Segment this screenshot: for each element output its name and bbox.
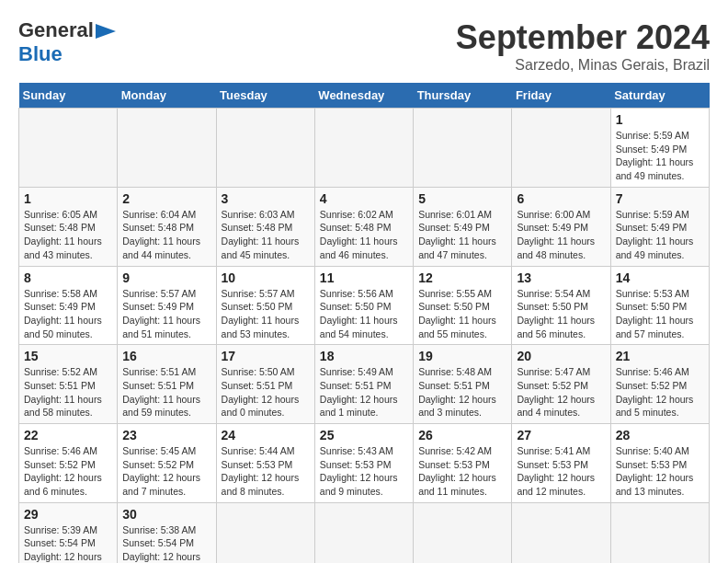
day-info: Sunrise: 5:58 AMSunset: 5:49 PMDaylight:… [24, 287, 112, 341]
calendar-cell: 10Sunrise: 5:57 AMSunset: 5:50 PMDayligh… [216, 266, 314, 345]
calendar-cell: 3Sunrise: 6:03 AMSunset: 5:48 PMDaylight… [216, 187, 314, 266]
calendar-cell: 7Sunrise: 5:59 AMSunset: 5:49 PMDaylight… [610, 187, 709, 266]
day-number: 19 [418, 349, 506, 363]
logo: General Blue [18, 18, 116, 66]
calendar-cell: 9Sunrise: 5:57 AMSunset: 5:49 PMDaylight… [118, 266, 216, 345]
calendar-cell [314, 502, 413, 563]
day-number: 26 [418, 428, 506, 442]
day-info: Sunrise: 5:57 AMSunset: 5:50 PMDaylight:… [222, 287, 310, 341]
day-info: Sunrise: 6:01 AMSunset: 5:49 PMDaylight:… [418, 208, 506, 262]
day-info: Sunrise: 5:54 AMSunset: 5:50 PMDaylight:… [517, 287, 605, 341]
calendar-cell: 19Sunrise: 5:48 AMSunset: 5:51 PMDayligh… [414, 345, 512, 424]
day-info: Sunrise: 5:45 AMSunset: 5:52 PMDaylight:… [122, 444, 210, 499]
calendar-cell: 24Sunrise: 5:44 AMSunset: 5:53 PMDayligh… [216, 424, 314, 503]
day-info: Sunrise: 5:43 AMSunset: 5:53 PMDaylight:… [320, 444, 408, 499]
day-number: 13 [517, 270, 605, 285]
calendar-cell [118, 109, 216, 188]
header-saturday: Saturday [610, 83, 709, 109]
day-info: Sunrise: 5:39 AMSunset: 5:54 PMDaylight:… [24, 523, 112, 563]
calendar-cell: 15Sunrise: 5:52 AMSunset: 5:51 PMDayligh… [19, 345, 118, 424]
logo-general: General [18, 18, 94, 42]
day-number: 22 [24, 428, 112, 442]
calendar-cell: 1Sunrise: 6:05 AMSunset: 5:48 PMDaylight… [19, 187, 118, 266]
day-number: 1 [616, 112, 704, 127]
calendar-cell: 18Sunrise: 5:49 AMSunset: 5:51 PMDayligh… [314, 345, 413, 424]
day-info: Sunrise: 5:53 AMSunset: 5:50 PMDaylight:… [616, 287, 704, 341]
calendar-week-row: 29Sunrise: 5:39 AMSunset: 5:54 PMDayligh… [19, 502, 710, 563]
calendar-cell: 5Sunrise: 6:01 AMSunset: 5:49 PMDaylight… [414, 187, 512, 266]
calendar-cell [512, 109, 610, 188]
header: General Blue September 2024 Sarzedo, Min… [18, 18, 710, 74]
day-info: Sunrise: 6:02 AMSunset: 5:48 PMDaylight:… [320, 208, 408, 262]
svg-marker-0 [96, 24, 116, 39]
day-number: 3 [222, 191, 310, 206]
calendar-week-row: 22Sunrise: 5:46 AMSunset: 5:52 PMDayligh… [19, 424, 710, 503]
calendar-cell: 14Sunrise: 5:53 AMSunset: 5:50 PMDayligh… [610, 266, 709, 345]
day-number: 6 [517, 191, 605, 206]
day-info: Sunrise: 5:41 AMSunset: 5:53 PMDaylight:… [517, 444, 605, 499]
day-number: 14 [616, 270, 704, 285]
calendar-cell [414, 502, 512, 563]
day-number: 23 [122, 428, 210, 442]
header-monday: Monday [118, 83, 216, 109]
calendar-cell: 6Sunrise: 6:00 AMSunset: 5:49 PMDaylight… [512, 187, 610, 266]
day-info: Sunrise: 5:47 AMSunset: 5:52 PMDaylight:… [517, 365, 605, 419]
logo-icon [96, 24, 116, 39]
day-number: 20 [517, 349, 605, 363]
calendar-cell: 22Sunrise: 5:46 AMSunset: 5:52 PMDayligh… [19, 424, 118, 503]
header-friday: Friday [512, 83, 610, 109]
header-thursday: Thursday [414, 83, 512, 109]
day-info: Sunrise: 5:49 AMSunset: 5:51 PMDaylight:… [320, 365, 408, 419]
day-number: 21 [616, 349, 704, 363]
calendar-cell: 8Sunrise: 5:58 AMSunset: 5:49 PMDaylight… [19, 266, 118, 345]
day-number: 4 [320, 191, 408, 206]
calendar-cell [414, 109, 512, 188]
day-number: 5 [418, 191, 506, 206]
calendar-cell: 26Sunrise: 5:42 AMSunset: 5:53 PMDayligh… [414, 424, 512, 503]
day-number: 1 [24, 191, 112, 206]
calendar-cell: 4Sunrise: 6:02 AMSunset: 5:48 PMDaylight… [314, 187, 413, 266]
day-info: Sunrise: 6:03 AMSunset: 5:48 PMDaylight:… [222, 208, 310, 262]
day-number: 24 [222, 428, 310, 442]
day-info: Sunrise: 5:59 AMSunset: 5:49 PMDaylight:… [616, 129, 704, 183]
day-info: Sunrise: 5:55 AMSunset: 5:50 PMDaylight:… [418, 287, 506, 341]
calendar-cell: 20Sunrise: 5:47 AMSunset: 5:52 PMDayligh… [512, 345, 610, 424]
day-number: 9 [122, 270, 210, 285]
header-tuesday: Tuesday [216, 83, 314, 109]
calendar-cell [19, 109, 118, 188]
day-info: Sunrise: 5:42 AMSunset: 5:53 PMDaylight:… [418, 444, 506, 499]
logo-blue: Blue [18, 42, 63, 66]
day-number: 27 [517, 428, 605, 442]
calendar-week-row: 1Sunrise: 6:05 AMSunset: 5:48 PMDaylight… [19, 187, 710, 266]
calendar-cell: 1Sunrise: 5:59 AMSunset: 5:49 PMDaylight… [610, 109, 709, 188]
calendar-cell: 2Sunrise: 6:04 AMSunset: 5:48 PMDaylight… [118, 187, 216, 266]
day-number: 25 [320, 428, 408, 442]
day-number: 17 [222, 349, 310, 363]
calendar-cell: 16Sunrise: 5:51 AMSunset: 5:51 PMDayligh… [118, 345, 216, 424]
calendar-cell: 27Sunrise: 5:41 AMSunset: 5:53 PMDayligh… [512, 424, 610, 503]
day-number: 12 [418, 270, 506, 285]
calendar-cell: 17Sunrise: 5:50 AMSunset: 5:51 PMDayligh… [216, 345, 314, 424]
day-number: 30 [122, 507, 210, 522]
calendar-header-row: SundayMondayTuesdayWednesdayThursdayFrid… [19, 83, 710, 109]
day-number: 2 [122, 191, 210, 206]
calendar-cell: 23Sunrise: 5:45 AMSunset: 5:52 PMDayligh… [118, 424, 216, 503]
day-info: Sunrise: 5:50 AMSunset: 5:51 PMDaylight:… [222, 365, 310, 419]
day-number: 11 [320, 270, 408, 285]
calendar-cell [610, 502, 709, 563]
day-number: 7 [616, 191, 704, 206]
calendar-cell: 25Sunrise: 5:43 AMSunset: 5:53 PMDayligh… [314, 424, 413, 503]
location-title: Sarzedo, Minas Gerais, Brazil [456, 57, 710, 74]
day-info: Sunrise: 5:48 AMSunset: 5:51 PMDaylight:… [418, 365, 506, 419]
day-number: 29 [24, 507, 112, 522]
calendar-cell [314, 109, 413, 188]
day-info: Sunrise: 6:04 AMSunset: 5:48 PMDaylight:… [122, 208, 210, 262]
day-info: Sunrise: 6:05 AMSunset: 5:48 PMDaylight:… [24, 208, 112, 262]
calendar-cell [216, 502, 314, 563]
day-info: Sunrise: 5:46 AMSunset: 5:52 PMDaylight:… [616, 365, 704, 419]
calendar-table: SundayMondayTuesdayWednesdayThursdayFrid… [18, 83, 710, 563]
day-info: Sunrise: 5:56 AMSunset: 5:50 PMDaylight:… [320, 287, 408, 341]
day-number: 15 [24, 349, 112, 363]
calendar-cell: 13Sunrise: 5:54 AMSunset: 5:50 PMDayligh… [512, 266, 610, 345]
day-number: 10 [222, 270, 310, 285]
